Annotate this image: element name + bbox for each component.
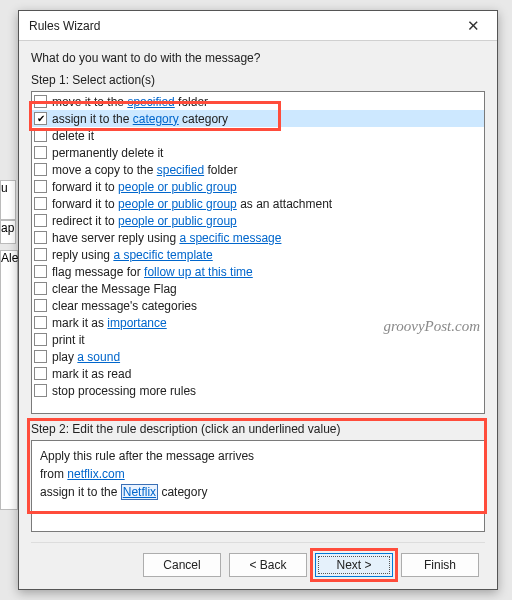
desc-line1: Apply this rule after the message arrive…: [40, 447, 476, 465]
next-button[interactable]: Next >: [315, 553, 393, 577]
action-link[interactable]: people or public group: [118, 180, 237, 194]
action-label: mark it as importance: [52, 316, 167, 330]
back-button[interactable]: < Back: [229, 553, 307, 577]
action-checkbox[interactable]: [34, 299, 47, 312]
action-row[interactable]: have server reply using a specific messa…: [32, 229, 484, 246]
action-text: delete it: [52, 129, 94, 143]
action-text: assign it to the: [52, 112, 133, 126]
action-link[interactable]: category: [133, 112, 179, 126]
bg-fragment: ap: [0, 220, 16, 244]
action-row[interactable]: reply using a specific template: [32, 246, 484, 263]
action-link[interactable]: people or public group: [118, 214, 237, 228]
action-text: folder: [175, 95, 208, 109]
action-label: forward it to people or public group: [52, 180, 237, 194]
action-text: folder: [204, 163, 237, 177]
action-text: mark it as read: [52, 367, 131, 381]
action-label: move it to the specified folder: [52, 95, 208, 109]
action-checkbox[interactable]: [34, 367, 47, 380]
action-row[interactable]: move a copy to the specified folder: [32, 161, 484, 178]
action-row[interactable]: mark it as read: [32, 365, 484, 382]
rule-description-box[interactable]: Apply this rule after the message arrive…: [31, 440, 485, 532]
action-text: as an attachment: [237, 197, 332, 211]
action-row[interactable]: mark it as importance: [32, 314, 484, 331]
action-row[interactable]: flag message for follow up at this time: [32, 263, 484, 280]
action-label: print it: [52, 333, 85, 347]
finish-button[interactable]: Finish: [401, 553, 479, 577]
next-button-wrap: Next >: [315, 553, 393, 577]
action-checkbox[interactable]: [34, 214, 47, 227]
action-row[interactable]: move it to the specified folder: [32, 93, 484, 110]
action-checkbox[interactable]: [34, 146, 47, 159]
cancel-button[interactable]: Cancel: [143, 553, 221, 577]
action-link[interactable]: a sound: [77, 350, 120, 364]
action-label: mark it as read: [52, 367, 131, 381]
action-checkbox[interactable]: [34, 231, 47, 244]
action-row[interactable]: forward it to people or public group: [32, 178, 484, 195]
dialog-body: What do you want to do with the message?…: [19, 41, 497, 589]
titlebar: Rules Wizard ✕: [19, 11, 497, 41]
action-checkbox[interactable]: [34, 333, 47, 346]
action-row[interactable]: forward it to people or public group as …: [32, 195, 484, 212]
action-link[interactable]: specified: [157, 163, 204, 177]
action-checkbox[interactable]: [34, 384, 47, 397]
action-checkbox[interactable]: [34, 112, 47, 125]
action-checkbox[interactable]: [34, 180, 47, 193]
action-checkbox[interactable]: [34, 163, 47, 176]
action-row[interactable]: clear message's categories: [32, 297, 484, 314]
action-text: category: [179, 112, 228, 126]
action-checkbox[interactable]: [34, 265, 47, 278]
desc-text: assign it to the: [40, 485, 121, 499]
action-text: forward it to: [52, 197, 118, 211]
action-text: play: [52, 350, 77, 364]
action-checkbox[interactable]: [34, 350, 47, 363]
action-link[interactable]: a specific message: [179, 231, 281, 245]
action-checkbox[interactable]: [34, 197, 47, 210]
action-row[interactable]: assign it to the category category: [32, 110, 484, 127]
bg-fragment: u: [0, 180, 16, 220]
action-text: print it: [52, 333, 85, 347]
action-label: permanently delete it: [52, 146, 163, 160]
desc-line2: from netflix.com: [40, 465, 476, 483]
action-checkbox[interactable]: [34, 282, 47, 295]
action-text: move a copy to the: [52, 163, 157, 177]
action-text: redirect it to: [52, 214, 118, 228]
dialog-title: Rules Wizard: [29, 19, 455, 33]
action-row[interactable]: delete it: [32, 127, 484, 144]
action-link[interactable]: importance: [107, 316, 166, 330]
action-text: reply using: [52, 248, 113, 262]
action-text: move it to the: [52, 95, 127, 109]
prompt-text: What do you want to do with the message?: [31, 51, 485, 65]
action-row[interactable]: print it: [32, 331, 484, 348]
action-label: delete it: [52, 129, 94, 143]
action-checkbox[interactable]: [34, 95, 47, 108]
step1-label: Step 1: Select action(s): [31, 73, 485, 87]
action-row[interactable]: clear the Message Flag: [32, 280, 484, 297]
button-row: Cancel < Back Next > Finish: [31, 542, 485, 589]
desc-category-link[interactable]: Netflix: [121, 484, 158, 500]
action-checkbox[interactable]: [34, 316, 47, 329]
desc-line3: assign it to the Netflix category: [40, 483, 476, 501]
action-label: play a sound: [52, 350, 120, 364]
action-row[interactable]: play a sound: [32, 348, 484, 365]
action-label: forward it to people or public group as …: [52, 197, 332, 211]
action-row[interactable]: permanently delete it: [32, 144, 484, 161]
action-link[interactable]: a specific template: [113, 248, 212, 262]
action-link[interactable]: specified: [127, 95, 174, 109]
action-checkbox[interactable]: [34, 248, 47, 261]
action-label: redirect it to people or public group: [52, 214, 237, 228]
action-text: mark it as: [52, 316, 107, 330]
action-link[interactable]: people or public group: [118, 197, 237, 211]
action-row[interactable]: stop processing more rules: [32, 382, 484, 399]
action-checkbox[interactable]: [34, 129, 47, 142]
desc-from-link[interactable]: netflix.com: [67, 467, 124, 481]
action-link[interactable]: follow up at this time: [144, 265, 253, 279]
action-text: stop processing more rules: [52, 384, 196, 398]
step2-wrap: Apply this rule after the message arrive…: [31, 440, 485, 532]
close-icon[interactable]: ✕: [455, 13, 491, 39]
action-label: clear message's categories: [52, 299, 197, 313]
action-text: have server reply using: [52, 231, 179, 245]
action-label: stop processing more rules: [52, 384, 196, 398]
action-label: move a copy to the specified folder: [52, 163, 237, 177]
action-row[interactable]: redirect it to people or public group: [32, 212, 484, 229]
actions-list[interactable]: move it to the specified folderassign it…: [31, 91, 485, 414]
